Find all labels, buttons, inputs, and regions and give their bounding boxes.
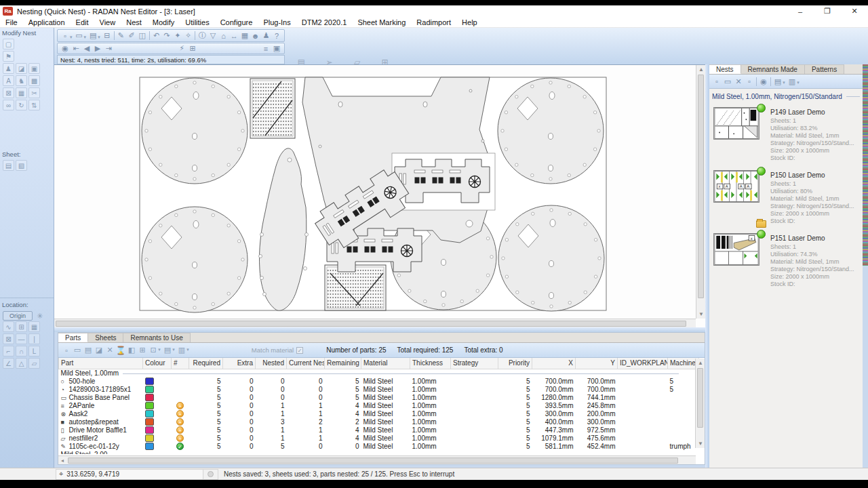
grid-icon[interactable]: ▦: [239, 30, 250, 41]
column-header-material[interactable]: Material: [361, 358, 410, 369]
draw-icon[interactable]: ✎: [116, 30, 127, 41]
menu-item-edit[interactable]: Edit: [71, 18, 94, 27]
column-header-id-workplan[interactable]: ID_WORKPLAN: [618, 358, 668, 369]
table-row[interactable]: ▱nestfiller2+50114Mild Steel1.00mm51079.…: [59, 434, 699, 442]
first-nest-icon[interactable]: ⇤: [71, 43, 81, 54]
filter-icon[interactable]: ▽: [208, 30, 218, 41]
save-part-icon[interactable]: ▤: [83, 345, 94, 355]
menu-item-view[interactable]: View: [94, 18, 121, 27]
column-header-priority[interactable]: Priority: [498, 358, 532, 369]
menu-item-file[interactable]: File: [0, 18, 23, 27]
tools-icon[interactable]: ♟: [261, 30, 272, 41]
undo-icon[interactable]: ↶: [151, 30, 162, 41]
sheet-crop-icon[interactable]: ▧: [16, 160, 27, 171]
tab-sheets[interactable]: Sheets: [88, 333, 123, 342]
sheet-grid-icon[interactable]: ⊞: [187, 43, 198, 54]
highlight-icon[interactable]: ✧: [183, 30, 194, 41]
fill-icon[interactable]: ▩: [28, 75, 40, 86]
part-info-icon[interactable]: ◧: [126, 345, 137, 355]
table-row[interactable]: ≡2APanle+50114Mild Steel1.00mm5393.5mm24…: [59, 401, 699, 409]
column-header--[interactable]: #: [172, 358, 189, 369]
menu-item-dtm2-2020-1[interactable]: DTM2 2020.1: [296, 18, 353, 27]
parts-vertical-scrollbar[interactable]: ▲ ▼: [695, 359, 705, 448]
arc-icon[interactable]: ∩: [16, 346, 27, 357]
fine-grid-icon[interactable]: ▦: [28, 321, 40, 332]
maximize-button[interactable]: ❐: [814, 6, 841, 17]
column-header-remaining[interactable]: Remaining: [325, 358, 361, 369]
column-header-x[interactable]: X: [532, 358, 576, 369]
nest-card-p151[interactable]: x P151 Laser Demo Sheets: 1Utilisation: …: [709, 229, 863, 292]
menu-item-utilities[interactable]: Utilities: [180, 18, 214, 27]
scroll-thumb[interactable]: [56, 321, 686, 327]
redo-icon[interactable]: ↷: [161, 30, 172, 41]
scroll-up-icon[interactable]: ▲: [696, 359, 705, 367]
scroll-up-icon[interactable]: ▲: [696, 65, 706, 74]
nest-canvas[interactable]: ▲ ▼: [54, 64, 705, 327]
bump-part-icon[interactable]: ◪: [16, 63, 27, 74]
nest-card-p149[interactable]: P149 Laser Demo Sheets: 1Utilisation: 83…: [709, 103, 863, 166]
remove-part-icon[interactable]: ✕: [104, 345, 115, 355]
table-grid-icon[interactable]: ⊞: [137, 345, 148, 355]
sketch-icon[interactable]: ✐: [126, 30, 137, 41]
part-colour-swatch[interactable]: [145, 402, 154, 409]
column-header-nested[interactable]: Nested: [256, 358, 287, 369]
part-colour-swatch[interactable]: [145, 386, 154, 393]
array-icon[interactable]: ▦: [16, 87, 27, 98]
edit-part-icon[interactable]: ◪: [94, 345, 104, 355]
menu-item-configure[interactable]: Configure: [215, 18, 258, 27]
column-header-required[interactable]: Required: [189, 358, 223, 369]
run-nest-icon[interactable]: ⚡: [176, 43, 187, 54]
table-row[interactable]: ◔14289003-171895x150005Mild Steel1.00mm5…: [59, 385, 699, 393]
user-icon[interactable]: ☻: [250, 30, 261, 41]
sheet-edit-icon[interactable]: ▤: [3, 160, 14, 171]
scroll-thumb[interactable]: [68, 458, 678, 464]
no-snap-icon[interactable]: ⊠: [3, 333, 14, 344]
tab-remnants-to-use[interactable]: Remnants to Use: [123, 333, 190, 342]
drag-part-icon[interactable]: ♞: [16, 75, 27, 86]
corner-icon[interactable]: ⌐: [3, 346, 14, 357]
new-nest-icon[interactable]: ▫: [711, 77, 722, 87]
column-header-y[interactable]: Y: [576, 358, 618, 369]
menu-item-help[interactable]: Help: [456, 18, 483, 27]
pending-icon[interactable]: ⌛: [115, 345, 126, 355]
chain-icon[interactable]: ∞: [3, 100, 14, 110]
horizontal-splitter[interactable]: [54, 327, 705, 332]
dropdown-arrow-icon[interactable]: ▼: [157, 348, 161, 355]
menu-item-nest[interactable]: Nest: [121, 18, 147, 27]
print-icon[interactable]: ⊟: [102, 30, 113, 41]
column-header-colour[interactable]: Colour: [143, 358, 172, 369]
scroll-thumb[interactable]: [697, 368, 703, 428]
grid-snap-icon[interactable]: ⊞: [16, 321, 27, 332]
minimize-button[interactable]: –: [787, 6, 814, 17]
column-header-strategy[interactable]: Strategy: [451, 358, 498, 369]
table-row[interactable]: ▭Chassis Base Panel50005Mild Steel1.00mm…: [59, 393, 699, 401]
place-part-icon[interactable]: ▣: [28, 63, 40, 74]
panel-view-icon[interactable]: ▣: [271, 43, 282, 54]
prev-nest-icon[interactable]: ◀: [81, 43, 92, 54]
measure-angle-icon[interactable]: ∠: [3, 358, 14, 369]
open-part-icon[interactable]: ▭: [72, 345, 83, 355]
triangle-icon[interactable]: △: [16, 358, 27, 369]
open-nest-icon[interactable]: ▭: [722, 77, 733, 87]
nest-card-p150[interactable]: xAAA P150 Laser Demo Sheets: 1Utilisatio…: [709, 166, 863, 229]
swap-icon[interactable]: ⇅: [28, 100, 40, 110]
scroll-thumb[interactable]: [698, 75, 704, 298]
dropdown-arrow-icon[interactable]: ▼: [782, 81, 786, 85]
part-colour-swatch[interactable]: [145, 378, 154, 385]
pin-icon[interactable]: ⚑: [3, 51, 14, 62]
fan-icon[interactable]: ✳: [37, 312, 43, 321]
measure-icon[interactable]: ↔: [229, 30, 239, 41]
freehand-icon[interactable]: ∿: [3, 321, 14, 332]
table-row[interactable]: ⊗Aask2+50114Mild Steel1.00mm5300.0mm200.…: [59, 409, 699, 418]
text-icon[interactable]: A: [3, 75, 14, 86]
table-row[interactable]: ■autostep&repeat+50322Mild Steel1.00mm54…: [59, 418, 699, 426]
column-header-machine[interactable]: Machine: [668, 358, 699, 369]
delete-part-icon[interactable]: ⊠: [3, 87, 14, 98]
dropdown-arrow-icon[interactable]: ▼: [796, 81, 800, 85]
dropdown-arrow-icon[interactable]: ▼: [83, 35, 87, 39]
part-colour-swatch[interactable]: [145, 418, 154, 426]
menu-item-radimport[interactable]: Radimport: [411, 18, 456, 27]
menu-item-sheet-marking[interactable]: Sheet Marking: [352, 18, 411, 27]
close-button[interactable]: ✕: [841, 6, 868, 17]
info-icon[interactable]: Ⓘ: [197, 30, 208, 41]
